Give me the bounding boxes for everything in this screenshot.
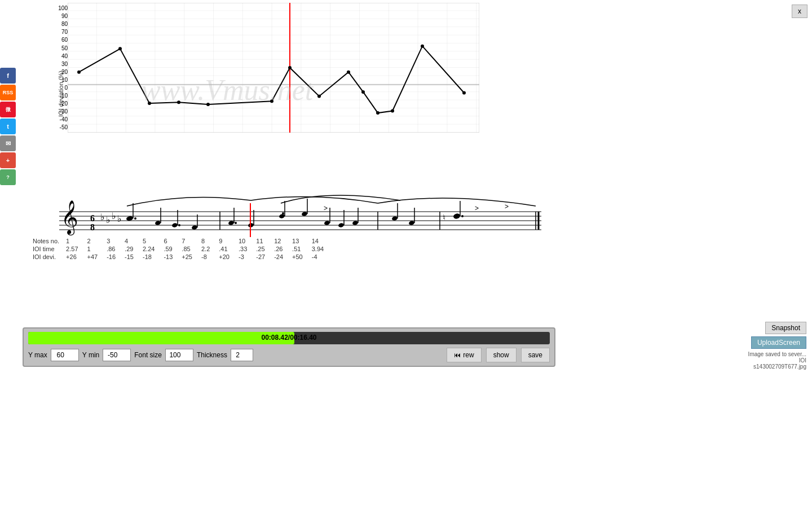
y-min-input[interactable] <box>103 349 131 361</box>
image-info: Image saved to sever... IOI s143002709T6… <box>748 351 806 370</box>
svg-point-19 <box>421 45 424 48</box>
svg-point-52 <box>282 212 284 214</box>
svg-point-41 <box>191 225 197 230</box>
show-button[interactable]: show <box>486 348 517 362</box>
progress-time: 00:08.42/00:16.40 <box>28 334 550 341</box>
svg-text:𝄞: 𝄞 <box>61 200 78 236</box>
svg-point-35 <box>134 217 136 220</box>
weibo-btn[interactable]: 微 <box>0 102 16 117</box>
snapshot-button[interactable]: Snapshot <box>765 322 806 334</box>
svg-point-15 <box>347 71 350 74</box>
font-size-input[interactable] <box>165 349 193 361</box>
svg-point-11 <box>206 103 210 106</box>
svg-point-64 <box>408 220 414 225</box>
svg-text:>: > <box>505 203 509 211</box>
plus-btn[interactable]: + <box>0 152 16 168</box>
svg-text:6: 6 <box>90 213 95 223</box>
y-min-label: Y min <box>82 351 99 359</box>
svg-point-20 <box>462 91 466 95</box>
svg-point-59 <box>352 220 358 225</box>
notes-data-table: Notes no. 1234567891011121314 IOI time 2… <box>28 237 328 261</box>
svg-text:♭: ♭ <box>106 215 111 225</box>
social-sidebar: f RSS 微 t ✉ + ? <box>0 68 16 185</box>
chart-area <box>68 3 479 133</box>
music-score-svg: 𝄞 6 8 ♭ ♭ ♭ ♭ <box>28 186 544 243</box>
svg-text:>: > <box>475 204 479 212</box>
rew-icon: ⏮ <box>454 351 461 359</box>
upload-screen-button[interactable]: UploadScreen <box>751 336 806 349</box>
thickness-label: Thickness <box>197 351 227 359</box>
rew-button[interactable]: ⏮ rew <box>447 348 481 362</box>
svg-point-53 <box>301 211 307 216</box>
svg-point-7 <box>77 71 81 74</box>
svg-point-14 <box>317 95 321 98</box>
svg-text:8: 8 <box>90 222 95 232</box>
svg-text:♮: ♮ <box>443 213 445 222</box>
svg-point-38 <box>171 222 178 227</box>
svg-point-17 <box>376 111 379 115</box>
y-max-label: Y max <box>28 351 47 359</box>
svg-point-57 <box>338 222 344 227</box>
svg-text:♭: ♭ <box>100 212 105 222</box>
svg-point-62 <box>391 216 398 221</box>
rss-btn[interactable]: RSS <box>0 85 16 100</box>
email-btn[interactable]: ✉ <box>0 135 16 151</box>
y-max-input[interactable] <box>51 349 79 361</box>
svg-point-50 <box>279 213 285 218</box>
svg-point-9 <box>148 102 151 105</box>
close-button[interactable]: x <box>792 5 807 18</box>
svg-point-12 <box>270 99 273 103</box>
twitter-btn[interactable]: t <box>0 119 16 134</box>
svg-point-68 <box>453 213 461 220</box>
svg-rect-4 <box>68 3 479 133</box>
right-panel: Snapshot UploadScreen Image saved to sev… <box>748 322 806 370</box>
svg-point-44 <box>228 220 234 225</box>
svg-point-16 <box>361 90 365 94</box>
svg-text:>: > <box>324 204 328 212</box>
svg-point-36 <box>155 220 161 225</box>
svg-point-55 <box>324 220 330 225</box>
save-button[interactable]: save <box>521 348 550 362</box>
controls-row: Y max Y min Font size Thickness ⏮ rew sh… <box>28 348 550 362</box>
svg-point-10 <box>177 100 180 104</box>
thickness-input[interactable] <box>231 349 253 361</box>
svg-point-40 <box>178 224 180 226</box>
ioi-chart <box>68 3 479 133</box>
music-score: 𝄞 6 8 ♭ ♭ ♭ ♭ <box>28 186 544 243</box>
facebook-btn[interactable]: f <box>0 68 16 84</box>
help-btn[interactable]: ? <box>0 169 16 185</box>
svg-text:♭: ♭ <box>112 211 116 221</box>
svg-point-8 <box>118 47 122 50</box>
svg-text:♭: ♭ <box>117 214 122 224</box>
font-size-label: Font size <box>134 351 162 359</box>
svg-point-70 <box>461 215 464 217</box>
controls-panel: 00:08.42/00:16.40 Y max Y min Font size … <box>23 327 555 367</box>
svg-point-13 <box>288 66 292 69</box>
progress-bar-container[interactable]: 00:08.42/00:16.40 <box>28 332 550 344</box>
svg-point-18 <box>391 110 394 113</box>
svg-point-46 <box>235 222 237 224</box>
